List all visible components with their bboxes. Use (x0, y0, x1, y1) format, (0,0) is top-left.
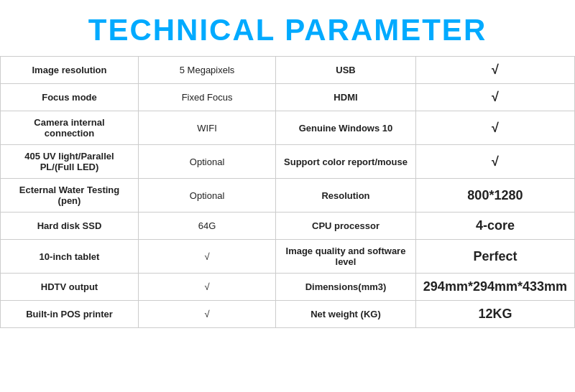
table-row: Built-in POS printer√Net weight (KG)12KG (1, 301, 575, 328)
row-label-right: Net weight (KG) (276, 301, 416, 328)
row-value-left: WIFI (139, 111, 276, 145)
row-label-right: Image quality and software level (276, 240, 416, 274)
table-row: Hard disk SSD64GCPU processor4-core (1, 213, 575, 240)
row-value-right: √ (415, 57, 574, 84)
row-value-left: 5 Megapixels (139, 57, 276, 84)
row-label-right: Resolution (276, 179, 416, 213)
page-title: TECHNICAL PARAMETER (0, 0, 575, 56)
row-label-left: Focus mode (1, 84, 139, 111)
row-value-right: √ (415, 145, 574, 179)
table-row: Focus modeFixed FocusHDMI√ (1, 84, 575, 111)
row-value-right: √ (415, 84, 574, 111)
table-row: HDTV output√Dimensions(mm3)294mm*294mm*4… (1, 274, 575, 301)
row-value-left: Optional (139, 179, 276, 213)
row-label-right: Genuine Windows 10 (276, 111, 416, 145)
row-label-left: 10-inch tablet (1, 240, 139, 274)
row-value-right: Perfect (415, 240, 574, 274)
row-label-right: HDMI (276, 84, 416, 111)
row-value-right: 4-core (415, 213, 574, 240)
row-value-left: Optional (139, 145, 276, 179)
row-label-right: USB (276, 57, 416, 84)
row-label-right: Support color report/mouse (276, 145, 416, 179)
table-row: 405 UV light/Parallel PL/(Full LED)Optio… (1, 145, 575, 179)
row-label-left: HDTV output (1, 274, 139, 301)
row-value-left: Fixed Focus (139, 84, 276, 111)
row-value-left: √ (139, 274, 276, 301)
row-label-left: 405 UV light/Parallel PL/(Full LED) (1, 145, 139, 179)
row-value-right: 12KG (415, 301, 574, 328)
row-label-right: Dimensions(mm3) (276, 274, 416, 301)
row-label-left: Hard disk SSD (1, 213, 139, 240)
row-value-left: √ (139, 301, 276, 328)
table-row: 10-inch tablet√Image quality and softwar… (1, 240, 575, 274)
row-value-right: 800*1280 (415, 179, 574, 213)
row-label-left: Image resolution (1, 57, 139, 84)
row-value-left: √ (139, 240, 276, 274)
technical-parameter-table: Image resolution5 MegapixelsUSB√Focus mo… (0, 56, 575, 328)
table-row: Ecternal Water Testing (pen)OptionalReso… (1, 179, 575, 213)
row-label-right: CPU processor (276, 213, 416, 240)
row-label-left: Ecternal Water Testing (pen) (1, 179, 139, 213)
row-value-right: 294mm*294mm*433mm (415, 274, 574, 301)
table-row: Camera internal connectionWIFIGenuine Wi… (1, 111, 575, 145)
table-row: Image resolution5 MegapixelsUSB√ (1, 57, 575, 84)
row-value-left: 64G (139, 213, 276, 240)
row-label-left: Built-in POS printer (1, 301, 139, 328)
row-value-right: √ (415, 111, 574, 145)
row-label-left: Camera internal connection (1, 111, 139, 145)
